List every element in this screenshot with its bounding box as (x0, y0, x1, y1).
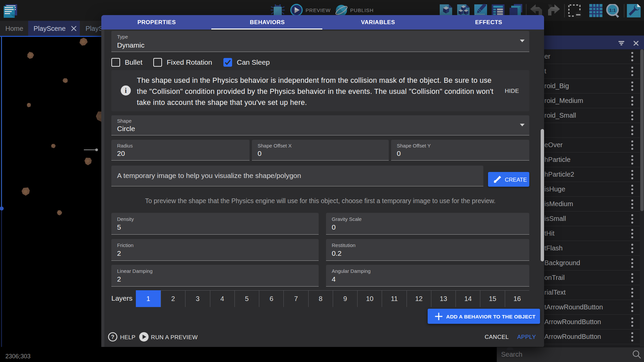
svg-text:1:1: 1:1 (609, 8, 616, 13)
svg-text:?: ? (111, 334, 114, 340)
